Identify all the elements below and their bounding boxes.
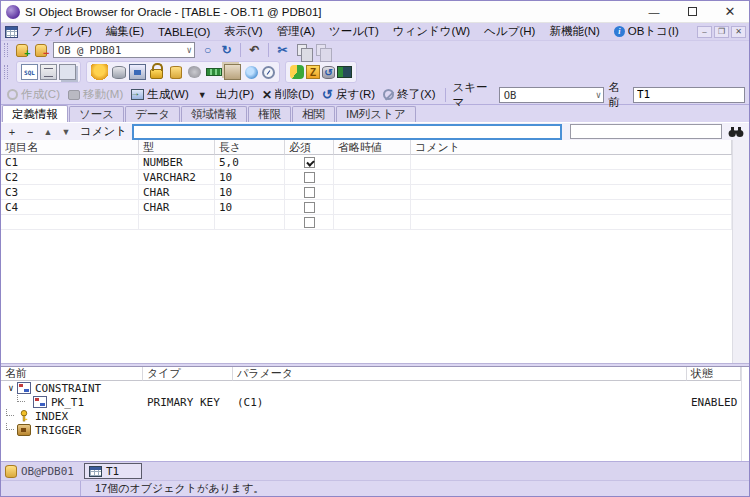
menu-newfeatures[interactable]: 新機能(N) bbox=[542, 23, 606, 40]
instance-icon[interactable] bbox=[129, 64, 146, 80]
required-checkbox[interactable] bbox=[304, 172, 315, 183]
job-icon[interactable] bbox=[262, 66, 275, 79]
menu-help[interactable]: ヘルプ(H) bbox=[477, 23, 542, 40]
required-checkbox[interactable] bbox=[304, 187, 315, 198]
mdi-child-icon[interactable] bbox=[5, 26, 18, 38]
table-row[interactable]: C4 CHAR 10 bbox=[1, 200, 732, 215]
expander-icon[interactable]: ∨ bbox=[5, 383, 17, 393]
revert-button[interactable]: ↺ 戻す(R) bbox=[320, 87, 377, 102]
tree-item-constraint[interactable]: ∨ CONSTRAINT bbox=[1, 381, 741, 395]
toolbar-grip[interactable] bbox=[4, 65, 8, 79]
tree-item-pk[interactable]: PK_T1 PRIMARY KEY (C1) ENABLED bbox=[1, 395, 741, 409]
generate-dropdown-icon[interactable]: ▼ bbox=[195, 90, 210, 100]
paste-button[interactable] bbox=[312, 43, 329, 58]
tab-definition[interactable]: 定義情報 bbox=[2, 105, 68, 122]
generate-button[interactable]: 生成(W) bbox=[129, 87, 191, 102]
mdi-tab-bar: OB@PDB01 T1 bbox=[1, 461, 749, 480]
recyclebin-icon[interactable] bbox=[322, 66, 335, 79]
table-row[interactable]: C3 CHAR 10 bbox=[1, 185, 732, 200]
menu-table[interactable]: TABLE(O) bbox=[151, 25, 217, 39]
tree-item-trigger[interactable]: TRIGGER bbox=[1, 423, 741, 437]
rollback-icon[interactable] bbox=[167, 64, 184, 80]
tab-source[interactable]: ソース bbox=[69, 106, 124, 122]
minimize-button[interactable]: — bbox=[635, 1, 673, 22]
add-row-button[interactable]: + bbox=[4, 124, 20, 139]
col-header-required[interactable]: 必須 bbox=[285, 140, 334, 155]
object-name-input[interactable] bbox=[633, 87, 745, 103]
menu-edit[interactable]: 編集(E) bbox=[99, 23, 151, 40]
scrollbar-track[interactable] bbox=[732, 140, 749, 363]
col-header-length[interactable]: 長さ bbox=[215, 140, 285, 155]
connection-combobox[interactable]: OB @ PDB01 ∨ bbox=[53, 42, 195, 58]
create-button[interactable]: 作成(C) bbox=[5, 87, 62, 102]
mdi-minimize-button[interactable]: – bbox=[697, 26, 712, 38]
mdi-restore-button[interactable]: ❐ bbox=[714, 26, 729, 38]
dblink-icon[interactable] bbox=[243, 64, 260, 80]
menu-obtoko[interactable]: i OBトコ(I) bbox=[607, 23, 686, 40]
login-button[interactable]: + bbox=[13, 43, 30, 58]
col-header-params[interactable]: パラメータ bbox=[233, 367, 687, 381]
segment-icon[interactable] bbox=[186, 64, 203, 80]
menu-window[interactable]: ウィンドウ(W) bbox=[386, 23, 477, 40]
remove-row-button[interactable]: − bbox=[22, 124, 38, 139]
lock-icon[interactable] bbox=[148, 64, 165, 80]
table-row[interactable]: C1 NUMBER 5,0 bbox=[1, 155, 732, 170]
col-header-type[interactable]: 型 bbox=[139, 140, 215, 155]
table-row-empty[interactable] bbox=[1, 215, 732, 230]
find-button[interactable] bbox=[726, 124, 746, 140]
menu-admin[interactable]: 管理(A) bbox=[270, 23, 322, 40]
sql-editor-icon[interactable]: SQL bbox=[21, 64, 38, 80]
delete-button[interactable]: ✕ 削除(D) bbox=[260, 87, 316, 102]
required-checkbox[interactable] bbox=[304, 202, 315, 213]
table-row[interactable]: C2 VARCHAR2 10 bbox=[1, 170, 732, 185]
log-icon[interactable]: Z bbox=[306, 65, 320, 79]
required-checkbox[interactable] bbox=[304, 217, 315, 228]
logout-button[interactable]: − bbox=[32, 43, 49, 58]
tab-storage[interactable]: 領域情報 bbox=[181, 106, 247, 122]
cut-button[interactable]: ✂ bbox=[274, 43, 291, 58]
tab-im-column-store[interactable]: IM列ストア bbox=[336, 106, 416, 122]
toolbar-grip[interactable] bbox=[4, 43, 8, 57]
tab-privileges[interactable]: 権限 bbox=[248, 106, 291, 122]
tab-data[interactable]: データ bbox=[125, 106, 180, 122]
tree-item-index[interactable]: INDEX bbox=[1, 409, 741, 423]
move-down-button[interactable]: ▼ bbox=[58, 124, 74, 139]
new-object-button[interactable]: ○ bbox=[199, 43, 216, 58]
comment-input[interactable] bbox=[132, 124, 562, 140]
menu-tools[interactable]: ツール(T) bbox=[322, 23, 386, 40]
table-window-tab[interactable]: T1 bbox=[84, 463, 142, 479]
required-checkbox[interactable] bbox=[304, 157, 315, 168]
import-export-icon[interactable] bbox=[290, 65, 304, 79]
quit-icon bbox=[383, 89, 394, 100]
col-header-status[interactable]: 状態 bbox=[687, 367, 741, 381]
move-button[interactable]: 移動(M) bbox=[66, 87, 125, 102]
memory-icon[interactable] bbox=[205, 64, 222, 80]
close-button[interactable]: ✕ bbox=[711, 1, 749, 22]
refresh-button[interactable]: ↻ bbox=[218, 43, 235, 58]
copy-button[interactable] bbox=[293, 43, 310, 58]
mdi-close-button[interactable]: ✕ bbox=[731, 26, 746, 38]
undo-button[interactable]: ↶ bbox=[246, 43, 263, 58]
col-header-name[interactable]: 項目名 bbox=[1, 140, 139, 155]
schema-combobox[interactable]: OB ∨ bbox=[499, 87, 605, 103]
col-header-objtype[interactable]: タイプ bbox=[143, 367, 233, 381]
quit-button[interactable]: 終了(X) bbox=[381, 87, 437, 102]
col-header-comment[interactable]: コメント bbox=[411, 140, 732, 155]
session-icon[interactable] bbox=[91, 64, 108, 80]
script-executor-icon[interactable] bbox=[40, 64, 57, 80]
package-icon[interactable] bbox=[224, 64, 241, 80]
database-icon[interactable] bbox=[110, 64, 127, 80]
search-input[interactable] bbox=[570, 124, 722, 139]
move-up-button[interactable]: ▲ bbox=[40, 124, 56, 139]
matrix-icon[interactable] bbox=[337, 66, 352, 78]
output-button[interactable]: 出力(P) bbox=[214, 87, 256, 102]
sql-window-icon[interactable] bbox=[59, 64, 76, 80]
toolbar-objects: SQL Z bbox=[1, 59, 749, 85]
tab-relations[interactable]: 相関 bbox=[292, 106, 335, 122]
menu-view[interactable]: 表示(V) bbox=[217, 23, 269, 40]
col-header-objname[interactable]: 名前 bbox=[1, 367, 143, 381]
maximize-button[interactable] bbox=[673, 1, 711, 22]
col-header-default[interactable]: 省略時値 bbox=[334, 140, 411, 155]
session-tab[interactable]: OB@PDB01 bbox=[21, 465, 74, 478]
menu-file[interactable]: ファイル(F) bbox=[23, 23, 99, 40]
